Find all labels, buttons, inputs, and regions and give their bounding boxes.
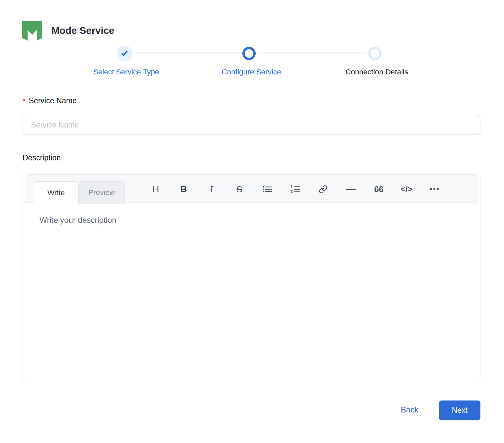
numbered-list-icon[interactable]: 1 2 [281,182,309,197]
svg-text:1: 1 [291,185,293,189]
required-asterisk: * [23,97,26,105]
italic-icon[interactable]: I [198,182,225,197]
service-name-label-text: Service Name [29,96,77,105]
mode-service-wizard-page: Mode Service Select Service Type Configu… [0,0,504,443]
next-button[interactable]: Next [439,400,480,420]
service-name-label: *Service Name [23,96,77,105]
step-label-connection-details: Connection Details [346,68,408,76]
quote-icon[interactable]: 66 [365,182,393,197]
svg-text:2: 2 [291,189,293,194]
tab-preview-label: Preview [88,188,115,197]
description-label: Description [23,153,61,162]
tab-write[interactable]: Write [34,181,78,204]
stepper-connector [258,52,367,53]
description-markdown-editor: Write Preview H B I S [23,172,480,383]
step-label-select-service-type: Select Service Type [93,68,159,76]
step-completed-indicator [117,45,132,61]
bulleted-list-icon[interactable] [253,182,281,197]
back-button[interactable]: Back [401,405,418,414]
step-label-configure-service: Configure Service [222,68,281,76]
more-options-icon[interactable]: ⋯ [421,182,449,197]
code-icon[interactable]: </> [393,182,421,197]
check-icon [121,49,128,57]
tab-write-label: Write [47,189,65,197]
horizontal-rule-icon[interactable] [337,182,365,197]
service-name-input[interactable] [23,115,480,135]
link-icon[interactable] [309,182,337,197]
mode-logo [22,21,42,41]
tab-preview[interactable]: Preview [78,181,125,204]
step-active-indicator [242,47,256,60]
step-pending-indicator [368,47,381,60]
stepper-connector [132,52,241,53]
heading-icon[interactable]: H [142,182,170,197]
strikethrough-icon[interactable]: S [225,182,253,197]
editor-toolbar-icons: H B I S [142,182,449,197]
page-title: Mode Service [51,25,114,36]
description-textarea[interactable] [24,204,479,382]
bold-icon[interactable]: B [170,182,198,197]
